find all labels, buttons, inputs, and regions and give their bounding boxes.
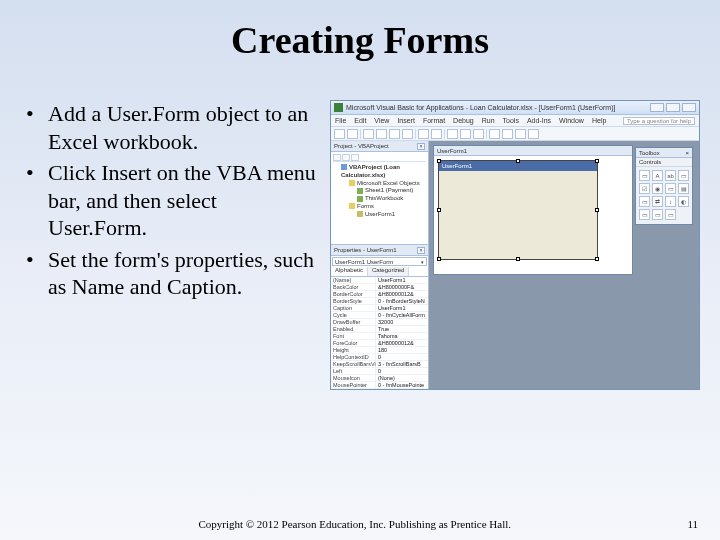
pane-close-icon[interactable]: × [417,247,425,254]
tree-thisworkbook[interactable]: ThisWorkbook [333,195,426,203]
menu-insert[interactable]: Insert [397,117,415,124]
menu-view[interactable]: View [374,117,389,124]
tool-checkbox-icon[interactable]: ☑ [639,183,650,194]
tool-multipage-icon[interactable]: ▭ [652,209,663,220]
userform-canvas[interactable]: UserForm1 [438,160,598,260]
project-tree[interactable]: VBAProject (Loan Calculator.xlsx) Micros… [331,152,428,245]
vba-ide-window: Microsoft Visual Basic for Applications … [330,100,700,390]
prop-row: DrawBuffer32000 [331,319,428,326]
prop-row: CaptionUserForm1 [331,305,428,312]
toolbar-btn[interactable] [418,129,429,139]
toolbar-btn[interactable] [473,129,484,139]
toolbar-btn[interactable] [347,129,358,139]
toolbox-window[interactable]: Toolbox × Controls ▭ A ab ▭ ☑ ◉ ▭ ▤ [635,147,693,225]
bullet-item: Click Insert on the VBA menu bar, and th… [20,159,318,242]
toolbox-tab-controls[interactable]: Controls [636,158,692,167]
slide-title: Creating Forms [0,0,720,62]
toolbar-btn[interactable] [389,129,400,139]
menu-window[interactable]: Window [559,117,584,124]
project-icon [341,164,347,170]
tool-label-icon[interactable]: A [652,170,663,181]
toolbar-btn[interactable] [515,129,526,139]
bullet-list: Add a User.Form object to an Excel workb… [20,100,318,390]
prop-row: (Name)UserForm1 [331,277,428,284]
app-icon [334,103,343,112]
menu-format[interactable]: Format [423,117,445,124]
handle[interactable] [595,257,599,261]
tree-toolbar-btn[interactable] [351,154,359,161]
prop-row: ForeColor&H80000012& [331,340,428,347]
prop-row: BorderStyle0 - fmBorderStyleN [331,298,428,305]
tree-toolbar-btn[interactable] [342,154,350,161]
tree-root[interactable]: VBAProject (Loan Calculator.xlsx) [333,164,426,180]
tool-textbox-icon[interactable]: ab [665,170,676,181]
toolbar-btn[interactable] [528,129,539,139]
toolbox-close-icon[interactable]: × [685,150,689,156]
tool-spinbutton-icon[interactable]: ◐ [678,196,689,207]
toolbar-btn[interactable] [489,129,500,139]
form-designer-window[interactable]: UserForm1 UserForm1 [433,145,633,275]
tree-toolbar-btn[interactable] [333,154,341,161]
tab-alphabetic[interactable]: Alphabetic [331,267,368,276]
menu-debug[interactable]: Debug [453,117,474,124]
minimize-button[interactable] [650,103,664,112]
menu-tools[interactable]: Tools [503,117,519,124]
tool-listbox-icon[interactable]: ▤ [678,183,689,194]
tool-tabstrip-icon[interactable]: ⇄ [652,196,663,207]
copyright-text: Copyright © 2012 Pearson Education, Inc.… [22,518,687,530]
sheet-icon [357,188,363,194]
handle[interactable] [516,159,520,163]
tab-categorized[interactable]: Categorized [368,267,409,276]
toolbar-btn[interactable] [502,129,513,139]
tool-toggle-icon[interactable]: ▭ [665,209,676,220]
properties-pane-title: Properties - UserForm1 [334,247,397,253]
properties-grid[interactable]: (Name)UserForm1 BackColor&H8000000F& Bor… [331,277,428,389]
toolbar-btn[interactable] [460,129,471,139]
menu-file[interactable]: File [335,117,346,124]
tree-userform1[interactable]: UserForm1 [333,211,426,219]
handle[interactable] [516,257,520,261]
toolbar-btn[interactable] [376,129,387,139]
tool-option-icon[interactable]: ◉ [652,183,663,194]
toolbar-btn[interactable] [334,129,345,139]
vba-menubar: File Edit View Insert Format Debug Run T… [331,115,699,127]
separator [415,129,416,139]
form-designer-title: UserForm1 [434,146,632,156]
pane-close-icon[interactable]: × [417,143,425,150]
handle[interactable] [437,208,441,212]
project-pane-title: Project - VBAProject [334,143,389,149]
handle[interactable] [437,257,441,261]
vba-left-panes: Project - VBAProject × VBAProject (Loan … [331,141,429,389]
menu-help[interactable]: Help [592,117,606,124]
form-icon [357,211,363,217]
tool-combobox-icon[interactable]: ▭ [678,170,689,181]
tool-scrollbar-icon[interactable]: ↕ [665,196,676,207]
toolbar-btn[interactable] [447,129,458,139]
prop-row: BorderColor&H80000012& [331,291,428,298]
toolbar-btn[interactable] [363,129,374,139]
tool-commandbutton-icon[interactable]: ▭ [639,196,650,207]
tree-sheet1[interactable]: Sheet1 (Payment) [333,187,426,195]
tree-excel-objects[interactable]: Microsoft Excel Objects [333,180,426,188]
handle[interactable] [595,208,599,212]
toolbar-btn[interactable] [431,129,442,139]
menu-addins[interactable]: Add-Ins [527,117,551,124]
toolbar-btn[interactable] [402,129,413,139]
page-number: 11 [687,518,698,530]
handle[interactable] [437,159,441,163]
maximize-button[interactable] [666,103,680,112]
content-row: Add a User.Form object to an Excel workb… [0,100,720,390]
window-buttons [650,103,696,112]
tool-frame-icon[interactable]: ▭ [665,183,676,194]
tree-forms-folder[interactable]: Forms [333,203,426,211]
bullet-item: Add a User.Form object to an Excel workb… [20,100,318,155]
menu-edit[interactable]: Edit [354,117,366,124]
help-search-box[interactable]: Type a question for help [623,117,695,125]
handle[interactable] [595,159,599,163]
close-button[interactable] [682,103,696,112]
tool-image-icon[interactable]: ▭ [639,209,650,220]
tool-pointer-icon[interactable]: ▭ [639,170,650,181]
properties-object-dropdown[interactable]: UserForm1 UserForm [332,257,427,266]
properties-pane-header: Properties - UserForm1 × [331,245,428,256]
menu-run[interactable]: Run [482,117,495,124]
